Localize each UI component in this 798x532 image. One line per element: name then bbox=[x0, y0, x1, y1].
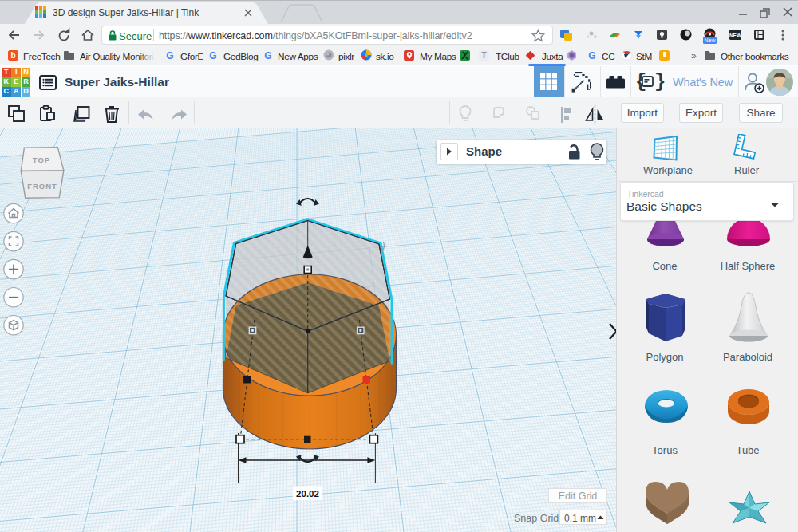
svg-text:New: New bbox=[704, 37, 716, 43]
svg-text:20.02: 20.02 bbox=[296, 489, 319, 499]
svg-text:G: G bbox=[588, 50, 595, 61]
svg-text:FRONT: FRONT bbox=[27, 182, 57, 191]
svg-text:G: G bbox=[264, 50, 271, 61]
svg-text:TOP: TOP bbox=[33, 156, 50, 164]
svg-text:G: G bbox=[166, 50, 173, 61]
svg-text:G: G bbox=[209, 50, 216, 61]
svg-text:NEW: NEW bbox=[729, 33, 742, 38]
